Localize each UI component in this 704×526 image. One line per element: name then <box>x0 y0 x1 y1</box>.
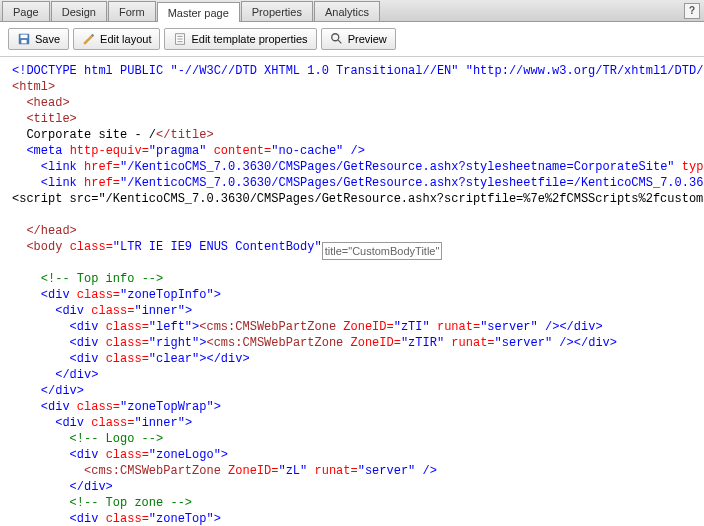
tab-page[interactable]: Page <box>2 1 50 21</box>
svg-line-8 <box>338 40 342 44</box>
tab-analytics[interactable]: Analytics <box>314 1 380 21</box>
tab-properties[interactable]: Properties <box>241 1 313 21</box>
save-icon <box>17 32 31 46</box>
tab-design[interactable]: Design <box>51 1 107 21</box>
edit-template-button[interactable]: Edit template properties <box>164 28 316 50</box>
svg-rect-1 <box>21 35 28 39</box>
tab-form[interactable]: Form <box>108 1 156 21</box>
tab-bar: Page Design Form Master page Properties … <box>0 0 704 22</box>
edit-layout-label: Edit layout <box>100 33 151 45</box>
help-icon[interactable]: ? <box>684 3 700 19</box>
body-title-editor[interactable]: title="CustomBodyTitle" <box>322 242 443 260</box>
code-editor[interactable]: <!DOCTYPE html PUBLIC "-//W3C//DTD XHTML… <box>0 57 704 526</box>
save-button[interactable]: Save <box>8 28 69 50</box>
magnifier-icon <box>330 32 344 46</box>
svg-rect-2 <box>21 40 26 44</box>
document-icon <box>173 32 187 46</box>
preview-button[interactable]: Preview <box>321 28 396 50</box>
save-label: Save <box>35 33 60 45</box>
tab-masterpage[interactable]: Master page <box>157 2 240 22</box>
edit-layout-button[interactable]: Edit layout <box>73 28 160 50</box>
preview-label: Preview <box>348 33 387 45</box>
svg-point-7 <box>331 34 338 41</box>
edit-template-label: Edit template properties <box>191 33 307 45</box>
pencil-icon <box>82 32 96 46</box>
toolbar: Save Edit layout Edit template propertie… <box>0 22 704 57</box>
